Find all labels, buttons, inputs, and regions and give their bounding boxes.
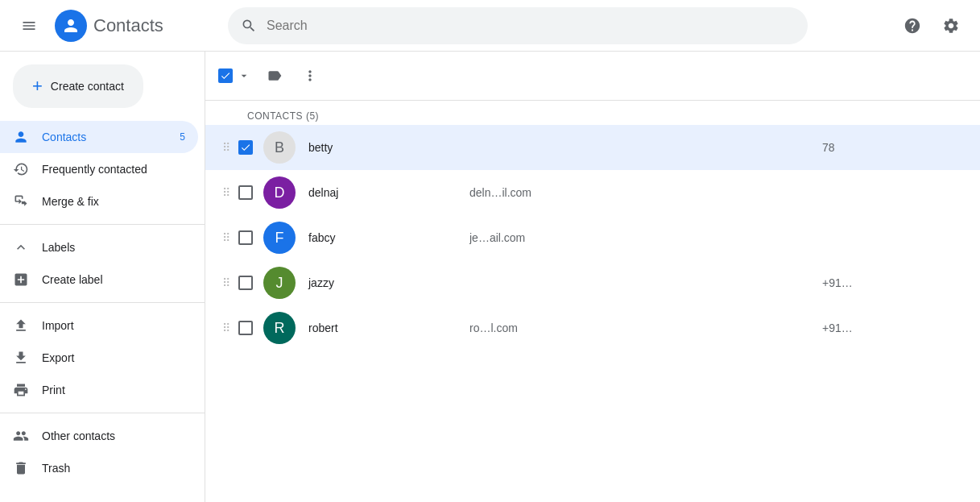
contacts-header: CONTACTS (5) xyxy=(205,101,980,125)
contacts-toolbar xyxy=(205,52,980,101)
unchecked-checkbox-icon xyxy=(238,230,253,245)
sidebar-item-merge-fix[interactable]: Merge & fix xyxy=(0,185,198,218)
manage-labels-button[interactable] xyxy=(260,61,289,90)
select-all-checkbox[interactable] xyxy=(218,68,233,83)
plus-icon: + xyxy=(32,77,43,95)
contact-avatar: d xyxy=(263,176,296,209)
checked-checkbox-icon xyxy=(238,140,253,155)
hamburger-menu[interactable] xyxy=(13,10,45,42)
sidebar-item-other-contacts[interactable]: Other contacts xyxy=(0,420,198,452)
contact-checkbox[interactable] xyxy=(238,139,254,156)
sidebar-divider-3 xyxy=(0,413,205,413)
labels-section-header[interactable]: Labels xyxy=(0,231,205,263)
contact-checkbox[interactable] xyxy=(238,230,254,246)
drag-handle: ⠿ xyxy=(218,322,234,334)
search-input[interactable] xyxy=(267,19,795,33)
merge-fix-label: Merge & fix xyxy=(42,195,99,208)
unchecked-checkbox-icon xyxy=(238,276,253,290)
create-label-icon xyxy=(13,272,29,288)
sidebar: + Create contact Contacts 5 Frequently c… xyxy=(0,52,205,502)
create-contact-label: Create contact xyxy=(51,80,124,93)
print-icon xyxy=(13,382,29,398)
contact-checkbox[interactable] xyxy=(238,185,254,201)
drag-handle: ⠿ xyxy=(218,276,234,289)
trash-icon xyxy=(13,460,29,476)
export-label: Export xyxy=(42,351,74,364)
contact-row[interactable]: ⠿ r robert ro…l.com +91… xyxy=(205,305,980,351)
search-icon xyxy=(241,18,257,34)
sidebar-item-frequently-contacted[interactable]: Frequently contacted xyxy=(0,153,198,185)
contact-name: jazzy xyxy=(308,276,469,289)
sidebar-item-import[interactable]: Import xyxy=(0,309,198,342)
create-contact-button[interactable]: + Create contact xyxy=(13,64,143,108)
contact-name: fabcy xyxy=(308,231,469,244)
contact-name: delnaj xyxy=(308,186,469,199)
unchecked-checkbox-icon xyxy=(238,185,253,200)
contact-row[interactable]: ⠿ B betty 78 xyxy=(205,125,980,170)
merge-fix-icon xyxy=(13,193,29,210)
app-avatar xyxy=(55,10,87,42)
contact-name: betty xyxy=(308,141,469,154)
labels-header-label: Labels xyxy=(42,241,75,254)
other-contacts-icon xyxy=(13,428,29,444)
drag-handle: ⠿ xyxy=(218,231,234,244)
unchecked-checkbox-icon xyxy=(238,321,253,335)
select-all-checkbox-group[interactable] xyxy=(218,66,254,85)
settings-button[interactable] xyxy=(935,10,967,42)
contact-avatar: r xyxy=(263,312,296,344)
import-icon xyxy=(13,317,29,334)
frequently-contacted-label: Frequently contacted xyxy=(42,163,147,176)
contact-avatar: B xyxy=(263,131,296,164)
contact-avatar: f xyxy=(263,222,296,254)
contact-email: ro…l.com xyxy=(469,322,822,334)
contacts-nav-label: Contacts xyxy=(42,131,86,143)
contact-checkbox[interactable] xyxy=(238,275,254,291)
contact-avatar: j xyxy=(263,267,296,299)
drag-handle: ⠿ xyxy=(218,141,234,154)
contact-email: deln…il.com xyxy=(469,186,822,199)
sidebar-item-export[interactable]: Export xyxy=(0,342,198,374)
contacts-icon xyxy=(13,129,29,145)
import-label: Import xyxy=(42,319,74,332)
contact-phone: +91… xyxy=(822,276,967,289)
contact-email: je…ail.com xyxy=(469,231,822,244)
frequently-contacted-icon xyxy=(13,161,29,177)
sidebar-divider-2 xyxy=(0,302,205,303)
other-contacts-label: Other contacts xyxy=(42,429,115,442)
main-content: CONTACTS (5) ⠿ B betty 78 ⠿ d xyxy=(205,52,980,502)
contact-row[interactable]: ⠿ j jazzy +91… xyxy=(205,260,980,305)
select-all-dropdown[interactable] xyxy=(234,66,254,85)
labels-chevron-icon xyxy=(13,239,29,255)
create-label-label: Create label xyxy=(42,273,103,286)
drag-handle: ⠿ xyxy=(218,186,234,199)
contact-name: robert xyxy=(308,322,469,334)
sidebar-divider-1 xyxy=(0,224,205,225)
export-icon xyxy=(13,350,29,366)
help-button[interactable] xyxy=(896,10,928,42)
sidebar-item-trash[interactable]: Trash xyxy=(0,452,198,484)
search-bar[interactable] xyxy=(228,7,808,44)
app-logo: Contacts xyxy=(55,10,163,42)
app-title: Contacts xyxy=(93,15,163,36)
print-label: Print xyxy=(42,384,65,396)
trash-label: Trash xyxy=(42,462,70,475)
contact-row[interactable]: ⠿ f fabcy je…ail.com xyxy=(205,215,980,260)
contact-row[interactable]: ⠿ d delnaj deln…il.com xyxy=(205,170,980,215)
contact-phone: +91… xyxy=(822,322,967,334)
more-options-button[interactable] xyxy=(296,61,325,90)
contact-phone: 78 xyxy=(822,141,967,154)
sidebar-item-create-label[interactable]: Create label xyxy=(0,263,198,296)
sidebar-item-print[interactable]: Print xyxy=(0,374,198,406)
contacts-badge: 5 xyxy=(180,131,185,143)
contact-checkbox[interactable] xyxy=(238,320,254,336)
sidebar-item-contacts[interactable]: Contacts 5 xyxy=(0,121,198,153)
